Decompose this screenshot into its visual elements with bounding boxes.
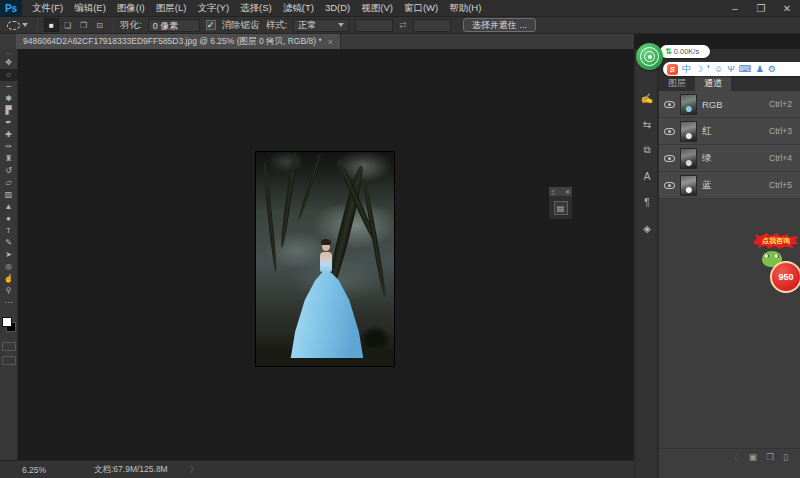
ime-toolbar: S 中 ☽ ❜ ☺ Ψ ⌨ ♟ ⚙ [663, 62, 800, 76]
soft-keyboard-icon[interactable]: ⌨ [739, 62, 752, 76]
sogou-logo-icon[interactable]: S [667, 64, 678, 75]
channel-row-blue[interactable]: 蓝 Ctrl+5 [659, 172, 800, 199]
menu-help[interactable]: 帮助(H) [449, 2, 481, 15]
ad-speech-bubble[interactable]: 点我咨询 [754, 233, 798, 249]
channel-name: 红 [702, 125, 764, 138]
libraries-panel-icon[interactable]: ⧉ [636, 137, 658, 163]
add-selection-button[interactable]: ❏ [60, 18, 75, 32]
toolbox-icon[interactable]: ⚙ [768, 62, 776, 76]
skin-icon[interactable]: ♟ [756, 62, 764, 76]
tool-clone-stamp[interactable]: ♜ [0, 153, 18, 165]
floating-panel-body: ▤ [549, 196, 572, 219]
punctuation-icon[interactable]: ❜ [707, 62, 710, 76]
paragraph-panel-icon[interactable]: ¶ [636, 189, 658, 215]
new-selection-button[interactable]: ■ [44, 18, 59, 32]
floating-panel-header[interactable]: ⣿ ✕ [549, 187, 572, 196]
tool-quick-selection[interactable]: ✱ [0, 93, 18, 105]
channel-row-green[interactable]: 绿 Ctrl+4 [659, 145, 800, 172]
menu-type[interactable]: 文字(Y) [197, 2, 229, 15]
antialias-checkbox[interactable]: ✓ [206, 20, 216, 30]
menu-bar: Ps 文件(F) 编辑(E) 图像(I) 图层(L) 文字(Y) 选择(S) 滤… [0, 0, 800, 17]
tool-eraser[interactable]: ▱ [0, 177, 18, 189]
properties-panel-icon[interactable]: ▤ [554, 201, 568, 215]
new-channel-icon[interactable]: ❐ [766, 452, 774, 462]
history-panel-icon[interactable]: ✍ [636, 85, 658, 111]
close-icon[interactable]: ✕ [565, 188, 570, 195]
save-selection-icon[interactable]: ▣ [748, 452, 757, 462]
current-tool-preset[interactable] [4, 21, 31, 30]
document-tab[interactable]: 9486064D2A62CF17918333ED9FF585D3.jpg @ 6… [16, 34, 341, 49]
delete-channel-icon[interactable]: ▯ [783, 452, 788, 462]
menu-image[interactable]: 图像(I) [117, 2, 145, 15]
status-menu-chevron[interactable]: 〉 [190, 464, 199, 476]
select-and-mask-button[interactable]: 选择并遮住 ... [463, 18, 536, 32]
character-panel-icon[interactable]: A [636, 163, 658, 189]
width-input [355, 19, 393, 32]
channel-row-rgb[interactable]: RGB Ctrl+2 [659, 91, 800, 118]
voice-input-icon[interactable]: Ψ [727, 62, 735, 76]
visibility-eye-icon[interactable] [664, 182, 675, 189]
tools-collapse-icon[interactable]: ⇔ [0, 49, 17, 57]
tool-zoom[interactable]: ⚲ [0, 285, 18, 297]
channel-shortcut: Ctrl+4 [769, 153, 800, 163]
tool-eyedropper[interactable]: ✒ [0, 117, 18, 129]
chinese-mode-icon[interactable]: 中 [682, 62, 691, 76]
tool-gradient[interactable]: ▨ [0, 189, 18, 201]
emoji-icon[interactable]: ☺ [714, 62, 723, 76]
menu-3d[interactable]: 3D(D) [325, 2, 350, 15]
visibility-eye-icon[interactable] [664, 155, 675, 162]
tool-dodge[interactable]: ● [0, 213, 18, 225]
foreground-color-swatch[interactable] [2, 317, 12, 327]
tool-shape[interactable]: ◎ [0, 261, 18, 273]
load-selection-icon[interactable]: ◌ [734, 452, 739, 462]
tool-brush[interactable]: ✑ [0, 141, 18, 153]
threed-panel-icon[interactable]: ◈ [636, 215, 658, 241]
document-size-info: 文档:67.9M/125.8M [94, 464, 168, 476]
visibility-eye-icon[interactable] [664, 101, 675, 108]
feather-input[interactable]: 0 像素 [148, 19, 200, 32]
menu-view[interactable]: 视图(V) [361, 2, 393, 15]
ad-mascot[interactable]: 点我咨询 950 [754, 233, 800, 311]
tool-hand[interactable]: ☝ [0, 273, 18, 285]
tool-ellipse-marquee[interactable]: ◌ [0, 69, 18, 81]
tool-move[interactable]: ✥ [0, 57, 18, 69]
tool-spot-healing[interactable]: ✚ [0, 129, 18, 141]
ad-badge[interactable]: 950 [770, 261, 800, 293]
tool-history-brush[interactable]: ↺ [0, 165, 18, 177]
tool-more[interactable]: ⋯ [0, 297, 18, 309]
screen-mode-button[interactable] [2, 356, 16, 365]
menu-layer[interactable]: 图层(L) [156, 2, 187, 15]
canvas-pasteboard[interactable]: ⣿ ✕ ▤ [18, 49, 634, 460]
visibility-eye-icon[interactable] [664, 128, 675, 135]
tool-blur[interactable]: ▲ [0, 201, 18, 213]
subtract-selection-button[interactable]: ❐ [76, 18, 91, 32]
full-half-mode-icon[interactable]: ☽ [695, 62, 703, 76]
network-speed-value: 0.00K/s [674, 47, 699, 56]
zoom-level-field[interactable]: 6.25% [22, 465, 66, 475]
tab-layers[interactable]: 图层 [659, 75, 695, 91]
adjustments-panel-icon[interactable]: ⇆ [636, 111, 658, 137]
tool-path-selection[interactable]: ➤ [0, 249, 18, 261]
menu-edit[interactable]: 编辑(E) [74, 2, 106, 15]
network-speed-ball[interactable] [636, 43, 663, 70]
canvas-image[interactable] [256, 152, 394, 366]
close-button[interactable]: ✕ [774, 0, 800, 17]
menu-file[interactable]: 文件(F) [32, 2, 63, 15]
menu-select[interactable]: 选择(S) [240, 2, 272, 15]
tool-lasso[interactable]: ∽ [0, 81, 18, 93]
channel-row-red[interactable]: 红 Ctrl+3 [659, 118, 800, 145]
tool-crop[interactable]: ▛ [0, 105, 18, 117]
quick-mask-button[interactable] [2, 342, 16, 351]
woman-hair [321, 239, 331, 245]
tab-channels[interactable]: 通道 [695, 75, 731, 91]
tool-pen[interactable]: ✎ [0, 237, 18, 249]
collapsed-floating-panel[interactable]: ⣿ ✕ ▤ [548, 186, 573, 220]
menu-window[interactable]: 窗口(W) [404, 2, 438, 15]
menu-filter[interactable]: 滤镜(T) [283, 2, 314, 15]
restore-button[interactable]: ❐ [748, 0, 774, 17]
intersect-selection-button[interactable]: ⊡ [92, 18, 107, 32]
style-select[interactable]: 正常 [293, 19, 349, 32]
tab-close-icon[interactable]: × [328, 37, 333, 47]
tool-type[interactable]: T [0, 225, 18, 237]
minimize-button[interactable]: – [722, 0, 748, 17]
